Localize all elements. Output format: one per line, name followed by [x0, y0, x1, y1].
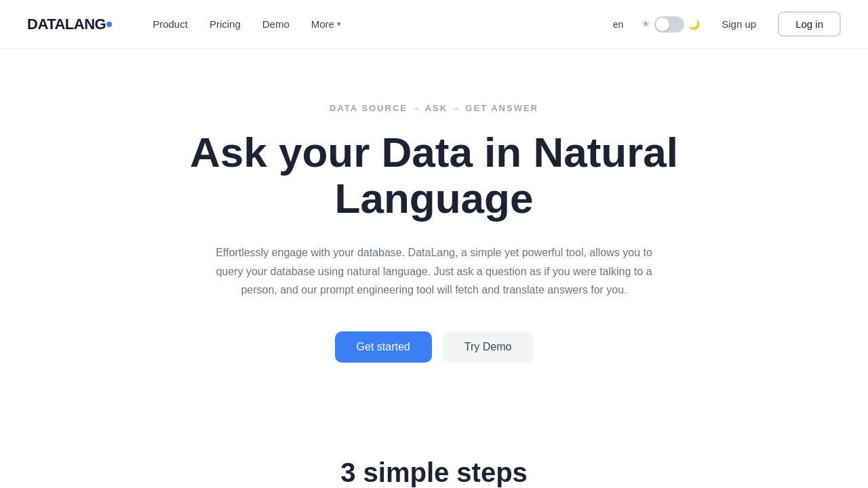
logo-data: DATA [27, 16, 65, 33]
signup-button[interactable]: Sign up [711, 13, 767, 35]
logo-dot [106, 22, 112, 27]
navbar-right: en ☀ 🌙 Sign up Log in [606, 12, 841, 37]
hero-section: DATA SOURCE → ASK → GET ANSWER Ask your … [0, 49, 868, 403]
theme-toggle: ☀ 🌙 [641, 16, 700, 33]
theme-toggle-thumb [656, 18, 669, 31]
navbar: DATALANG Product Pricing Demo More ▾ en … [0, 0, 868, 49]
chevron-down-icon: ▾ [337, 20, 341, 28]
hero-description: Effortlessly engage with your database. … [203, 243, 665, 299]
try-demo-button[interactable]: Try Demo [443, 331, 534, 363]
nav-more[interactable]: More ▾ [303, 13, 349, 35]
hero-title: Ask your Data in Natural Language [129, 129, 739, 222]
navbar-left: DATALANG Product Pricing Demo More ▾ [27, 13, 349, 35]
nav-product[interactable]: Product [144, 13, 196, 35]
login-button[interactable]: Log in [778, 12, 841, 37]
hero-buttons: Get started Try Demo [335, 331, 534, 363]
steps-section: 3 simple steps Data insights just got a … [0, 403, 868, 488]
logo[interactable]: DATALANG [27, 16, 112, 33]
lang-selector[interactable]: en [606, 15, 631, 34]
get-started-button[interactable]: Get started [335, 331, 432, 363]
nav-demo[interactable]: Demo [254, 13, 298, 35]
sun-icon: ☀ [641, 18, 650, 30]
theme-toggle-track[interactable] [654, 16, 684, 33]
logo-lang: LANG [65, 16, 106, 33]
steps-title: 3 simple steps [340, 458, 528, 488]
nav-links: Product Pricing Demo More ▾ [144, 13, 349, 35]
hero-subtitle: DATA SOURCE → ASK → GET ANSWER [330, 103, 538, 113]
nav-pricing[interactable]: Pricing [201, 13, 249, 35]
moon-icon: 🌙 [688, 19, 700, 30]
